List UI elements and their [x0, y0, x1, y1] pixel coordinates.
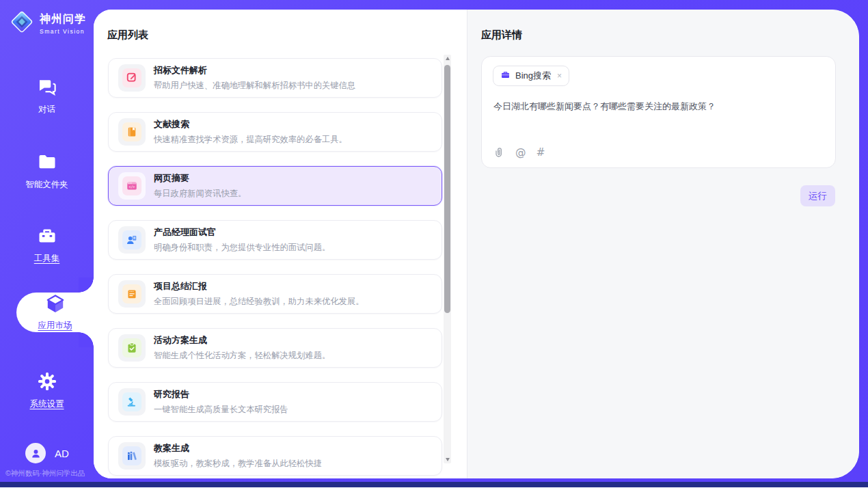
diamond-logo-icon	[9, 9, 35, 38]
app-title: 研究报告	[154, 388, 288, 401]
sidebar-item-app-market[interactable]: 应用市场	[16, 293, 94, 332]
app-title: 招标文件解析	[154, 64, 355, 77]
avatar	[25, 443, 46, 463]
paperclip-icon[interactable]	[493, 147, 505, 159]
notepad-icon	[122, 284, 141, 303]
brand-subtitle: Smart Vision	[40, 28, 86, 35]
run-button[interactable]: 运行	[800, 185, 835, 206]
briefcase-icon	[500, 70, 511, 83]
brand-logo: 神州问学 Smart Vision	[9, 9, 86, 38]
app-title: 网页摘要	[154, 172, 246, 185]
app-title: 活动方案生成	[154, 334, 330, 347]
app-title: 文献搜索	[154, 118, 347, 131]
app-desc: 智能生成个性化活动方案，轻松解决规划难题。	[154, 350, 330, 362]
app-desc: 全面回顾项目进展，总结经验教训，助力未来优化发展。	[154, 296, 364, 308]
app-list-scrollbar[interactable]	[444, 55, 451, 463]
app-desc: 模板驱动，教案秒成，教学准备从此轻松快捷	[154, 458, 322, 470]
app-desc: 每日政府新闻资讯快查。	[154, 188, 246, 200]
sidebar-item-smart-folder[interactable]: 智能文件夹	[0, 152, 94, 191]
hash-icon[interactable]: #	[537, 146, 545, 159]
app-window: 神州问学 Smart Vision 对话 智能文件夹	[0, 0, 868, 488]
main-content: 应用列表 招标文件解析 帮助用户快速、准确地理解和解析招标书中的关键信息	[94, 10, 859, 478]
app-detail-header: 应用详情	[481, 29, 522, 42]
book-icon	[122, 122, 141, 141]
close-icon[interactable]: ×	[557, 71, 562, 81]
sidebar: 神州问学 Smart Vision 对话 智能文件夹	[0, 0, 94, 482]
question-text: 今日湖北有哪些新闻要点？有哪些需要关注的最新政策？	[493, 100, 815, 113]
app-cards: 招标文件解析 帮助用户快速、准确地理解和解析招标书中的关键信息 文献搜索	[108, 58, 442, 478]
bottom-navy-bar	[0, 482, 868, 487]
scroll-down-arrow-icon[interactable]	[444, 456, 451, 463]
svg-text:</>: </>	[129, 185, 135, 189]
app-list-panel: 应用列表 招标文件解析 帮助用户快速、准确地理解和解析招标书中的关键信息	[94, 10, 467, 478]
app-card-bid-analysis[interactable]: 招标文件解析 帮助用户快速、准确地理解和解析招标书中的关键信息	[108, 58, 442, 98]
sidebar-item-toolset[interactable]: 工具集	[0, 226, 94, 265]
tool-chip-label: Bing搜索	[515, 70, 551, 82]
app-desc: 明确身份和职责，为您提供专业性的面试问题。	[154, 242, 330, 254]
doc-edit-icon	[122, 68, 141, 87]
app-detail-panel: 应用详情 Bing搜索 × 今日湖北有哪些新闻要点？有哪些需要关注的最新政策？	[467, 10, 859, 478]
app-card-pm-interviewer[interactable]: 产品经理面试官 明确身份和职责，为您提供专业性的面试问题。	[108, 220, 442, 260]
microscope-icon	[122, 392, 141, 411]
sidebar-item-label: 工具集	[34, 253, 60, 265]
scroll-up-arrow-icon[interactable]	[444, 55, 451, 62]
books-icon	[122, 446, 141, 465]
question-card: Bing搜索 × 今日湖北有哪些新闻要点？有哪些需要关注的最新政策？ @ #	[481, 56, 836, 168]
interviewer-icon	[122, 230, 141, 249]
cube-icon	[44, 293, 66, 318]
app-card-lesson-plan[interactable]: 教案生成 模板驱动，教案秒成，教学准备从此轻松快捷	[108, 436, 442, 476]
brand-title: 神州问学	[40, 12, 86, 27]
clipboard-check-icon	[122, 338, 141, 357]
user-initials: AD	[55, 448, 69, 459]
app-title: 教案生成	[154, 442, 322, 455]
sidebar-item-label: 系统设置	[30, 398, 64, 410]
sidebar-item-label: 智能文件夹	[25, 179, 68, 191]
scrollbar-thumb[interactable]	[444, 65, 450, 313]
tool-chip-bing-search[interactable]: Bing搜索 ×	[493, 66, 569, 86]
sidebar-item-settings[interactable]: 系统设置	[0, 371, 94, 410]
app-card-research-report[interactable]: 研究报告 一键智能生成高质量长文本研究报告	[108, 382, 442, 422]
chat-icon	[37, 77, 57, 100]
web-code-icon: </>	[122, 176, 141, 195]
app-card-project-summary[interactable]: 项目总结汇报 全面回顾项目进展，总结经验教训，助力未来优化发展。	[108, 274, 442, 314]
sidebar-item-label: 对话	[38, 104, 55, 116]
sidebar-item-chat[interactable]: 对话	[0, 77, 94, 116]
app-title: 项目总结汇报	[154, 280, 364, 293]
app-card-web-summary[interactable]: </> 网页摘要 每日政府新闻资讯快查。	[108, 166, 442, 206]
app-card-literature-search[interactable]: 文献搜索 快速精准查找学术资源，提高研究效率的必备工具。	[108, 112, 442, 152]
question-toolbar: @ #	[493, 146, 545, 159]
app-desc: 快速精准查找学术资源，提高研究效率的必备工具。	[154, 134, 347, 146]
folder-icon	[37, 152, 57, 175]
app-list-header: 应用列表	[107, 29, 148, 42]
sidebar-item-label: 应用市场	[38, 320, 72, 331]
app-desc: 一键智能生成高质量长文本研究报告	[154, 404, 288, 416]
sidebar-footer: ©神州数码·神州问学出品	[5, 469, 94, 478]
gear-icon	[37, 371, 57, 394]
user-account[interactable]: AD	[25, 443, 69, 463]
mention-icon[interactable]: @	[515, 146, 526, 159]
toolbox-icon	[37, 226, 57, 249]
app-desc: 帮助用户快速、准确地理解和解析招标书中的关键信息	[154, 80, 355, 92]
app-title: 产品经理面试官	[154, 226, 330, 239]
app-card-event-plan[interactable]: 活动方案生成 智能生成个性化活动方案，轻松解决规划难题。	[108, 328, 442, 368]
